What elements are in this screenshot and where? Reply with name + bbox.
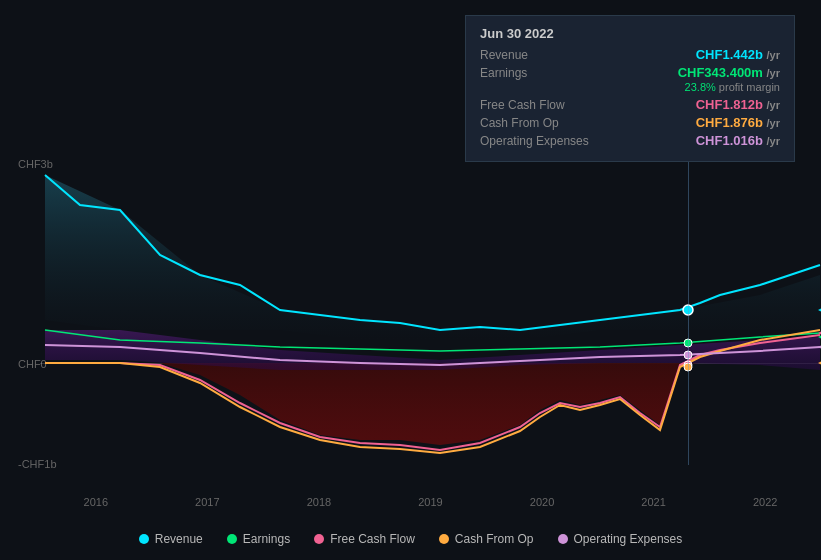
revenue-legend-label: Revenue: [155, 532, 203, 546]
tooltip-cashfromop-row: Cash From Op CHF1.876b /yr: [480, 115, 780, 130]
cashfromop-legend-label: Cash From Op: [455, 532, 534, 546]
earnings-legend-dot: [227, 534, 237, 544]
cashfromop-label: Cash From Op: [480, 116, 610, 130]
revenue-value: CHF1.442b /yr: [696, 47, 780, 62]
tooltip-revenue-row: Revenue CHF1.442b /yr: [480, 47, 780, 62]
revenue-fill-area: [45, 175, 820, 340]
revenue-legend-dot: [139, 534, 149, 544]
revenue-label: Revenue: [480, 48, 610, 62]
cursor-line: [688, 155, 689, 465]
cashfromop-value: CHF1.876b /yr: [696, 115, 780, 130]
earnings-legend-label: Earnings: [243, 532, 290, 546]
tooltip-fcf-row: Free Cash Flow CHF1.812b /yr: [480, 97, 780, 112]
tooltip-earnings-row: Earnings CHF343.400m /yr: [480, 65, 780, 80]
negative-fill-area: [45, 363, 820, 445]
profit-margin-value: 23.8% profit margin: [685, 81, 780, 93]
opex-value: CHF1.016b /yr: [696, 133, 780, 148]
chart-svg: [0, 155, 821, 475]
tooltip-date: Jun 30 2022: [480, 26, 780, 41]
x-label-2019: 2019: [418, 496, 442, 508]
cashfromop-legend-dot: [439, 534, 449, 544]
profit-margin-row: 23.8% profit margin: [480, 81, 780, 93]
opex-label: Operating Expenses: [480, 134, 610, 148]
tooltip-panel: Jun 30 2022 Revenue CHF1.442b /yr Earnin…: [465, 15, 795, 162]
x-label-2017: 2017: [195, 496, 219, 508]
opex-legend-label: Operating Expenses: [574, 532, 683, 546]
x-label-2022: 2022: [753, 496, 777, 508]
fcf-label: Free Cash Flow: [480, 98, 610, 112]
legend-revenue[interactable]: Revenue: [139, 532, 203, 546]
tooltip-opex-row: Operating Expenses CHF1.016b /yr: [480, 133, 780, 148]
legend-opex[interactable]: Operating Expenses: [558, 532, 683, 546]
legend-cashfromop[interactable]: Cash From Op: [439, 532, 534, 546]
fcf-legend-label: Free Cash Flow: [330, 532, 415, 546]
earnings-label: Earnings: [480, 66, 610, 80]
x-label-2021: 2021: [641, 496, 665, 508]
legend-fcf[interactable]: Free Cash Flow: [314, 532, 415, 546]
legend-earnings[interactable]: Earnings: [227, 532, 290, 546]
x-label-2018: 2018: [307, 496, 331, 508]
opex-legend-dot: [558, 534, 568, 544]
fcf-value: CHF1.812b /yr: [696, 97, 780, 112]
x-axis: 2016 2017 2018 2019 2020 2021 2022: [40, 496, 821, 508]
x-label-2016: 2016: [84, 496, 108, 508]
fcf-legend-dot: [314, 534, 324, 544]
chart-legend: Revenue Earnings Free Cash Flow Cash Fro…: [0, 532, 821, 546]
x-label-2020: 2020: [530, 496, 554, 508]
earnings-value: CHF343.400m /yr: [678, 65, 780, 80]
